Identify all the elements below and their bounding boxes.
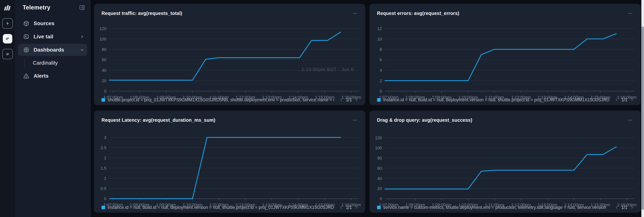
svg-text:60: 60 bbox=[102, 57, 106, 62]
settings-sliders-icon[interactable] bbox=[2, 49, 13, 59]
svg-text:1: 1 bbox=[104, 176, 106, 181]
svg-text:60: 60 bbox=[377, 166, 382, 171]
legend-item[interactable]: instance.id = null, build.id = null, dep… bbox=[377, 97, 610, 102]
svg-text:10: 10 bbox=[377, 37, 382, 41]
svg-text:8: 8 bbox=[380, 47, 382, 52]
series-swatch bbox=[377, 98, 381, 102]
svg-text:6: 6 bbox=[380, 57, 382, 62]
pager-count: 1/1 bbox=[346, 205, 352, 210]
vertical-scrollbar[interactable] bbox=[641, 0, 644, 217]
svg-text:100: 100 bbox=[100, 37, 106, 41]
terminal-icon bbox=[23, 34, 30, 40]
svg-text:20: 20 bbox=[377, 186, 382, 191]
panel-title: Drag & drop query: avg(request_success) bbox=[377, 117, 472, 123]
collapse-sidebar-icon[interactable] bbox=[79, 4, 85, 11]
chevron-right-icon bbox=[80, 34, 84, 39]
svg-text:80: 80 bbox=[377, 156, 382, 160]
dashboard-grid: Request traffic: avg(requests_total) 020… bbox=[90, 0, 640, 217]
svg-text:80: 80 bbox=[102, 47, 106, 52]
panel-menu-icon[interactable] bbox=[628, 11, 633, 16]
sidebar-item-label: Alerts bbox=[34, 73, 84, 79]
pager-count: 1/1 bbox=[346, 97, 352, 102]
svg-text:0: 0 bbox=[380, 196, 382, 201]
svg-text:100: 100 bbox=[375, 146, 382, 150]
app-title: Telemetry bbox=[23, 4, 50, 11]
pager-next-icon[interactable] bbox=[630, 98, 634, 102]
svg-text:4: 4 bbox=[380, 68, 382, 73]
legend-item[interactable]: service.name = custom-metrics, shuttle.d… bbox=[377, 205, 610, 210]
line-chart[interactable]: 0246810121:07:00pm1:08:00pm1:09:00pm1:10… bbox=[372, 23, 638, 100]
line-chart[interactable]: 0204060801001201:07:00pm1:08:00pm1:09:00… bbox=[372, 130, 638, 208]
grid-icon bbox=[23, 47, 30, 53]
pager-count: 1/1 bbox=[621, 97, 628, 102]
panel-title: Request errors: avg(request_errors) bbox=[377, 11, 459, 16]
svg-text:0: 0 bbox=[380, 89, 382, 93]
svg-text:0: 0 bbox=[104, 89, 106, 93]
sidebar-item-sources[interactable]: Sources bbox=[18, 17, 87, 30]
legend-item[interactable]: shuttle.project.id = proj_01JWTXKPS9GMM1… bbox=[102, 97, 334, 102]
sidebar-item-label: Live tail bbox=[34, 34, 80, 40]
panel-menu-icon[interactable] bbox=[628, 118, 633, 123]
svg-text:120: 120 bbox=[100, 26, 106, 31]
svg-text:2.5: 2.5 bbox=[100, 145, 106, 150]
alert-triangle-icon bbox=[23, 73, 30, 79]
series-filter-label: instance.id = null, build.id = null, dep… bbox=[108, 205, 334, 210]
tree-guide-line bbox=[24, 58, 24, 68]
live-stream-icon[interactable] bbox=[2, 18, 13, 29]
sidebar-item-alerts[interactable]: Alerts bbox=[18, 70, 87, 82]
legend-pager: 1/1 bbox=[339, 205, 359, 210]
svg-text:40: 40 bbox=[102, 68, 106, 73]
panel-request-latency: Request Latency: avg(request_duration_ms… bbox=[94, 111, 365, 213]
sidebar-item-label: Cardinality bbox=[33, 60, 58, 66]
svg-text:0: 0 bbox=[104, 196, 106, 201]
panel-title: Request traffic: avg(requests_total) bbox=[102, 11, 182, 16]
line-chart[interactable]: 0204060801001201:07:00pm1:08:00pm1:09:00… bbox=[96, 23, 362, 100]
sidebar-item-label: Dashboards bbox=[34, 47, 80, 53]
cube-icon bbox=[23, 20, 30, 27]
svg-text:40: 40 bbox=[377, 176, 382, 181]
legend-pager: 1/1 bbox=[339, 97, 359, 102]
legend-pager: 1/1 bbox=[614, 97, 634, 102]
svg-text:2: 2 bbox=[380, 78, 382, 83]
series-swatch bbox=[377, 206, 381, 209]
pager-next-icon[interactable] bbox=[355, 98, 359, 102]
pager-prev-icon[interactable] bbox=[614, 205, 619, 209]
legend-pager: 1/1 bbox=[614, 205, 634, 210]
scrollbar-thumb[interactable] bbox=[642, 27, 644, 210]
icon-rail bbox=[0, 0, 15, 217]
axiom-logo[interactable] bbox=[3, 3, 12, 13]
sidebar-item-label: Sources bbox=[34, 20, 84, 27]
panel-menu-icon[interactable] bbox=[352, 11, 357, 16]
svg-text:2: 2 bbox=[104, 156, 106, 160]
svg-text:1.5: 1.5 bbox=[100, 166, 106, 170]
line-chart[interactable]: 00.511.522.531:07:00pm1:08:00pm1:09:00pm… bbox=[96, 130, 362, 208]
panel-drag-drop-query: Drag & drop query: avg(request_success) … bbox=[370, 111, 641, 213]
panel-request-traffic: Request traffic: avg(requests_total) 020… bbox=[94, 4, 365, 105]
svg-text:0.5: 0.5 bbox=[100, 186, 106, 191]
pager-prev-icon[interactable] bbox=[339, 98, 343, 102]
legend-item[interactable]: instance.id = null, build.id = null, dep… bbox=[102, 205, 334, 210]
panel-title: Request Latency: avg(request_duration_ms… bbox=[102, 117, 216, 123]
chevron-down-icon bbox=[80, 47, 84, 52]
panel-menu-icon[interactable] bbox=[352, 118, 357, 123]
series-filter-label: instance.id = null, build.id = null, dep… bbox=[383, 97, 610, 102]
svg-text:3: 3 bbox=[104, 135, 106, 140]
svg-text:12: 12 bbox=[377, 26, 382, 31]
series-filter-label: shuttle.project.id = proj_01JWTXKPS9GMM1… bbox=[108, 97, 334, 102]
sidebar: Telemetry Sources bbox=[15, 0, 90, 217]
dashboards-rail-icon[interactable] bbox=[3, 34, 12, 44]
pager-count: 1/1 bbox=[621, 205, 628, 210]
pager-prev-icon[interactable] bbox=[614, 98, 619, 102]
series-swatch bbox=[102, 98, 105, 102]
panel-request-errors: Request errors: avg(request_errors) 0246… bbox=[370, 4, 641, 105]
series-filter-label: service.name = custom-metrics, shuttle.d… bbox=[383, 205, 606, 210]
svg-text:120: 120 bbox=[375, 136, 382, 140]
pager-next-icon[interactable] bbox=[355, 205, 359, 209]
svg-text:20: 20 bbox=[102, 78, 106, 83]
pager-next-icon[interactable] bbox=[630, 205, 634, 209]
series-swatch bbox=[102, 206, 105, 209]
sidebar-item-dashboards[interactable]: Dashboards bbox=[18, 44, 87, 56]
pager-prev-icon[interactable] bbox=[339, 205, 343, 209]
sidebar-item-cardinality[interactable]: Cardinality bbox=[18, 57, 87, 69]
sidebar-item-live-tail[interactable]: Live tail bbox=[18, 31, 87, 43]
